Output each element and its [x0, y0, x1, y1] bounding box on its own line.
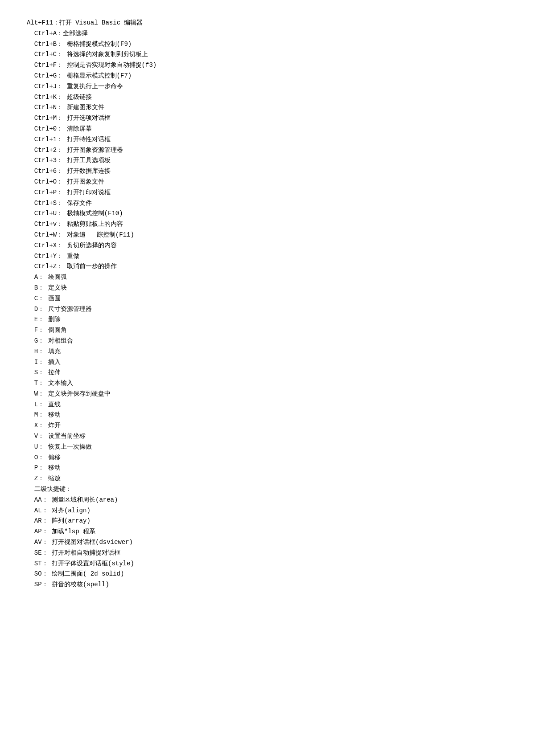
list-item: U： 恢复上一次操做: [27, 442, 508, 453]
shortcut-key: Ctrl+W：: [27, 230, 63, 241]
shortcut-key: I：: [27, 357, 44, 368]
list-item: Ctrl+W： 对象追 踪控制(F11): [27, 230, 508, 241]
shortcut-key: U：: [27, 442, 44, 453]
shortcut-key: SO：: [27, 569, 48, 580]
shortcut-key: Ctrl+Z：: [27, 262, 63, 272]
shortcut-key: AV：: [27, 537, 48, 548]
list-item: Ctrl+K： 超级链接: [27, 92, 508, 103]
list-item: Ctrl+O： 打开图象文件: [27, 177, 508, 188]
list-item: AP： 加载*lsp 程系: [27, 527, 508, 537]
shortcut-desc: 清除屏幕: [63, 124, 91, 135]
list-item: T： 文本输入: [27, 378, 508, 389]
shortcut-key: F：: [27, 325, 44, 336]
list-item: P： 移动: [27, 463, 508, 474]
shortcut-key: P：: [27, 463, 44, 474]
list-item: AA： 测量区域和周长(area): [27, 495, 508, 506]
shortcut-key: Ctrl+M：: [27, 113, 63, 124]
shortcut-key: L：: [27, 400, 44, 410]
shortcut-desc: 打开工具选项板: [63, 155, 110, 166]
list-item: Ctrl+1： 打开特性对话框: [27, 135, 508, 145]
shortcut-key: SE：: [27, 548, 48, 559]
shortcut-key: Alt+F11：: [27, 18, 59, 29]
list-item: V： 设置当前坐标: [27, 431, 508, 442]
shortcut-desc: 对相组合: [44, 336, 73, 347]
list-item: AL： 对齐(align): [27, 506, 508, 516]
list-item: X： 炸开: [27, 421, 508, 431]
list-item: H： 填充: [27, 347, 508, 357]
shortcut-desc: 加载*lsp 程系: [48, 527, 95, 537]
shortcut-key: B：: [27, 283, 44, 294]
list-item: Ctrl+U： 极轴模式控制(F10): [27, 208, 508, 219]
shortcut-key: AR：: [27, 516, 48, 527]
shortcut-desc: 恢复上一次操做: [44, 442, 91, 453]
shortcut-key: AA：: [27, 495, 48, 506]
shortcut-desc: 填充: [44, 347, 60, 357]
list-item: O： 偏移: [27, 453, 508, 463]
list-item: G： 对相组合: [27, 336, 508, 347]
list-item: Ctrl+C： 将选择的对象复制到剪切板上: [27, 49, 508, 60]
shortcut-key: Ctrl+v：: [27, 219, 63, 230]
list-item: AR： 阵列(array): [27, 516, 508, 527]
list-item: Ctrl+G： 栅格显示模式控制(F7): [27, 71, 508, 82]
shortcut-desc: 移动: [44, 463, 60, 474]
shortcut-key: Ctrl+3：: [27, 155, 63, 166]
list-item: Ctrl+Y： 重做: [27, 251, 508, 262]
shortcut-desc: 极轴模式控制(F10): [63, 208, 123, 219]
list-item: Ctrl+6： 打开数据库连接: [27, 166, 508, 177]
shortcut-key: Ctrl+U：: [27, 208, 63, 219]
shortcut-desc: 插入: [44, 357, 60, 368]
shortcut-desc: 对齐(align): [48, 506, 91, 516]
shortcut-key: Ctrl+K：: [27, 92, 63, 103]
list-item: Ctrl+0： 清除屏幕: [27, 124, 508, 135]
shortcut-desc: 定义块并保存到硬盘中: [44, 389, 110, 400]
shortcut-key: Ctrl+O：: [27, 177, 63, 188]
shortcut-key: Ctrl+G：: [27, 71, 63, 82]
shortcut-key: Ctrl+X：: [27, 241, 63, 251]
shortcut-key: 二级快捷键：: [27, 484, 72, 495]
list-item: B： 定义块: [27, 283, 508, 294]
shortcut-desc: 移动: [44, 410, 60, 421]
list-item: I： 插入: [27, 357, 508, 368]
list-item: Ctrl+Z： 取消前一步的操作: [27, 262, 508, 272]
shortcut-key: H：: [27, 347, 44, 357]
shortcut-desc: 打开对相自动捕捉对话框: [48, 548, 120, 559]
shortcut-desc: 重复执行上一步命令: [63, 82, 123, 92]
shortcut-desc: 画圆: [44, 294, 60, 304]
shortcut-desc: 粘贴剪贴板上的内容: [63, 219, 123, 230]
shortcut-key: Ctrl+P：: [27, 188, 63, 198]
shortcut-key: ST：: [27, 559, 48, 569]
shortcut-key: M：: [27, 410, 44, 421]
shortcut-list: Alt+F11：打开 Visual Basic 编辑器 Ctrl+A：全部选择 …: [27, 18, 508, 590]
shortcut-key: Ctrl+N：: [27, 102, 63, 113]
shortcut-desc: 偏移: [44, 453, 60, 463]
list-item: 二级快捷键：: [27, 484, 508, 495]
list-item: E： 删除: [27, 315, 508, 325]
shortcut-desc: 栅格捕捉模式控制(F9): [63, 39, 132, 50]
list-item: W： 定义块并保存到硬盘中: [27, 389, 508, 400]
shortcut-desc: 取消前一步的操作: [63, 262, 116, 272]
list-item: Ctrl+S： 保存文件: [27, 198, 508, 209]
shortcut-key: Ctrl+J：: [27, 82, 63, 92]
shortcut-desc: 打开视图对话框(dsviewer): [48, 537, 133, 548]
shortcut-desc: 剪切所选择的内容: [63, 241, 116, 251]
list-item: Ctrl+3： 打开工具选项板: [27, 155, 508, 166]
shortcut-key: Ctrl+B：: [27, 39, 63, 50]
shortcut-desc: 拉伸: [44, 368, 60, 378]
shortcut-desc: 打开数据库连接: [63, 166, 110, 177]
shortcut-key: Z：: [27, 474, 44, 484]
shortcut-desc: 栅格显示模式控制(F7): [63, 71, 132, 82]
list-item: Ctrl+N： 新建图形文件: [27, 102, 508, 113]
list-item: Z： 缩放: [27, 474, 508, 484]
list-item: Ctrl+F： 控制是否实现对象自动捕捉(f3): [27, 60, 508, 71]
shortcut-desc: 直线: [44, 400, 60, 410]
shortcut-key: Ctrl+F：: [27, 60, 63, 71]
list-item: F： 倒圆角: [27, 325, 508, 336]
shortcut-desc: 全部选择: [63, 29, 88, 39]
shortcut-desc: 测量区域和周长(area): [48, 495, 118, 506]
shortcut-key: C：: [27, 294, 44, 304]
shortcut-key: Ctrl+S：: [27, 198, 63, 209]
list-item: SE： 打开对相自动捕捉对话框: [27, 548, 508, 559]
shortcut-desc: 打开特性对话框: [63, 135, 110, 145]
shortcut-desc: 打开图象资源管理器: [63, 145, 123, 156]
shortcut-key: Ctrl+Y：: [27, 251, 63, 262]
